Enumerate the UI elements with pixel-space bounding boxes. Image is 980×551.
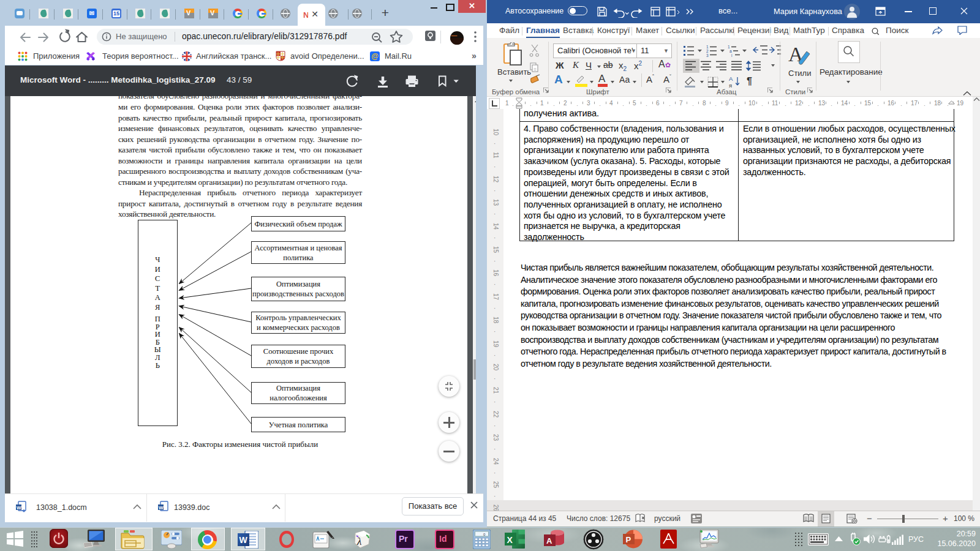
svg-text:3: 3: [706, 53, 709, 58]
svg-text:X: X: [507, 535, 513, 545]
svg-text:W: W: [239, 535, 248, 545]
svg-text:1: 1: [728, 45, 730, 49]
svg-text:W: W: [159, 505, 164, 511]
svg-text:W: W: [17, 505, 21, 511]
svg-text:1: 1: [706, 45, 709, 49]
svg-text:λ: λ: [356, 536, 361, 547]
svg-text:А: А: [729, 75, 733, 82]
svg-text:a: a: [729, 49, 732, 53]
svg-text:P: P: [626, 535, 631, 544]
svg-text:i: i: [731, 53, 732, 58]
svg-text:A: A: [546, 536, 552, 545]
svg-text:2: 2: [706, 49, 709, 53]
